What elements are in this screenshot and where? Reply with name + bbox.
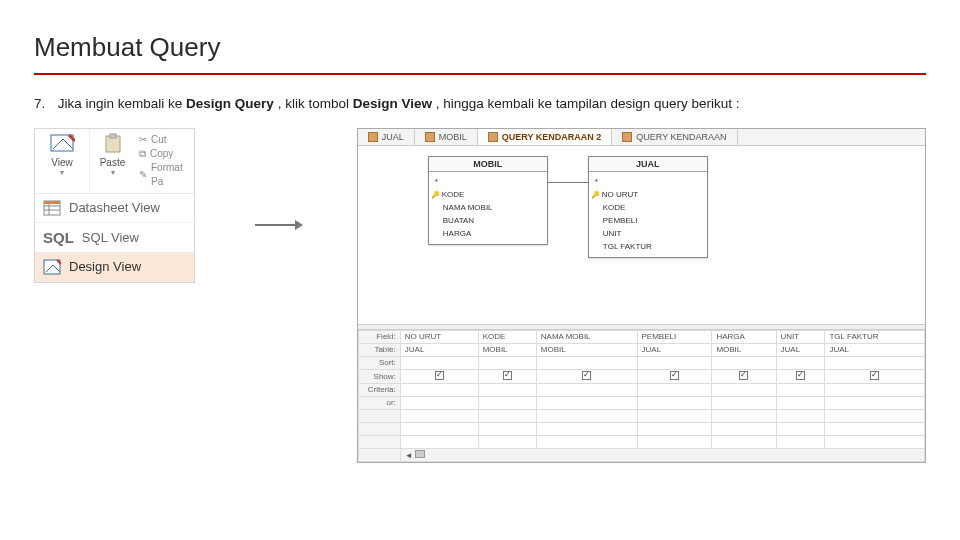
format-label: Format Pa: [151, 161, 190, 189]
format-painter-button[interactable]: ✎Format Pa: [139, 161, 190, 189]
sql-view-label: SQL View: [82, 230, 139, 245]
design-view-item[interactable]: Design View: [35, 253, 194, 282]
paste-button[interactable]: Paste ▾: [89, 129, 135, 193]
field-item[interactable]: NAMA MOBIL: [443, 201, 541, 214]
grid-cell[interactable]: JUAL: [637, 343, 712, 356]
show-checkbox[interactable]: [776, 369, 825, 383]
table-jual[interactable]: JUAL * NO URUT KODE PEMBELI UNIT TGL FAK…: [588, 156, 708, 258]
table-header: JUAL: [589, 157, 707, 172]
grid-row-sort: Sort:: [358, 356, 924, 369]
view-toolbar: View ▾ Paste ▾ ✂Cut ⧉Copy ✎Format Pa Dat…: [34, 128, 195, 283]
datasheet-view-item[interactable]: Datasheet View: [35, 194, 194, 223]
cut-button[interactable]: ✂Cut: [139, 133, 190, 147]
grid-cell[interactable]: JUAL: [825, 343, 925, 356]
page-title: Membuat Query: [34, 32, 926, 63]
query-icon: [488, 132, 498, 142]
field-item[interactable]: UNIT: [603, 227, 701, 240]
title-divider: [34, 73, 926, 75]
row-header: Show:: [358, 369, 400, 383]
cut-label: Cut: [151, 133, 167, 147]
row-header: Table:: [358, 343, 400, 356]
grid-row-empty: [358, 422, 924, 435]
grid-cell[interactable]: UNIT: [776, 330, 825, 343]
horizontal-scrollbar[interactable]: ◄: [358, 448, 924, 461]
tab-query-kendaraan-2[interactable]: QUERY KENDARAAN 2: [478, 129, 613, 145]
grid-cell[interactable]: PEMBELI: [637, 330, 712, 343]
query-design-window: JUAL MOBIL QUERY KENDARAAN 2 QUERY KENDA…: [357, 128, 926, 463]
show-checkbox[interactable]: [400, 369, 478, 383]
grid-cell[interactable]: JUAL: [400, 343, 478, 356]
grid-cell[interactable]: [400, 356, 478, 369]
scissors-icon: ✂: [139, 133, 147, 147]
grid-cell[interactable]: TGL FAKTUR: [825, 330, 925, 343]
arrow-indicator: [255, 224, 297, 226]
view-button[interactable]: View ▾: [35, 129, 89, 193]
grid-cell[interactable]: NO URUT: [400, 330, 478, 343]
show-checkbox[interactable]: [825, 369, 925, 383]
row-header: Criteria:: [358, 383, 400, 396]
grid-row-empty: [358, 409, 924, 422]
field-item[interactable]: *: [435, 175, 541, 188]
query-icon: [622, 132, 632, 142]
field-item[interactable]: PEMBELI: [603, 214, 701, 227]
grid-cell[interactable]: MOBIL: [712, 343, 776, 356]
field-item[interactable]: NO URUT: [603, 188, 701, 201]
show-checkbox[interactable]: [637, 369, 712, 383]
grid-cell[interactable]: MOBIL: [536, 343, 637, 356]
grid-row-field: Field: NO URUT KODE NAMA MOBIL PEMBELI H…: [358, 330, 924, 343]
grid-row-show: Show:: [358, 369, 924, 383]
tab-mobil[interactable]: MOBIL: [415, 129, 478, 145]
grid-row-or: or:: [358, 396, 924, 409]
brush-icon: ✎: [139, 168, 147, 182]
grid-cell[interactable]: KODE: [478, 330, 536, 343]
row-header: Field:: [358, 330, 400, 343]
field-item[interactable]: TGL FAKTUR: [603, 240, 701, 253]
instruction-line: 7. Jika ingin kembali ke Design Query , …: [34, 95, 926, 114]
field-item[interactable]: KODE: [443, 188, 541, 201]
field-item[interactable]: KODE: [603, 201, 701, 214]
grid-cell[interactable]: NAMA MOBIL: [536, 330, 637, 343]
clipboard-icon: [102, 133, 124, 155]
field-item[interactable]: BUATAN: [443, 214, 541, 227]
field-item[interactable]: HARGA: [443, 227, 541, 240]
step-number: 7.: [34, 95, 54, 114]
svg-rect-7: [44, 201, 60, 204]
copy-icon: ⧉: [139, 147, 146, 161]
grid-cell[interactable]: HARGA: [712, 330, 776, 343]
design-icon: [43, 259, 61, 275]
tab-jual[interactable]: JUAL: [358, 129, 415, 145]
sql-view-item[interactable]: SQL SQL View: [35, 223, 194, 253]
sql-icon: SQL: [43, 229, 74, 246]
design-view-label: Design View: [69, 259, 141, 274]
qbe-grid[interactable]: Field: NO URUT KODE NAMA MOBIL PEMBELI H…: [358, 330, 925, 462]
show-checkbox[interactable]: [536, 369, 637, 383]
table-header: MOBIL: [429, 157, 547, 172]
row-header: or:: [358, 396, 400, 409]
grid-cell[interactable]: MOBIL: [478, 343, 536, 356]
show-checkbox[interactable]: [478, 369, 536, 383]
tab-label: QUERY KENDARAAN: [636, 132, 726, 142]
scroll-left-icon[interactable]: ◄: [405, 451, 413, 460]
document-tabs: JUAL MOBIL QUERY KENDARAAN 2 QUERY KENDA…: [358, 129, 925, 146]
table-icon: [425, 132, 435, 142]
datasheet-icon: [43, 200, 61, 216]
instr-text-1: Jika ingin kembali ke: [58, 96, 186, 111]
instr-text-3: , hingga kembali ke tampilan design quer…: [436, 96, 740, 111]
relationship-line[interactable]: [548, 182, 588, 184]
grid-row-empty: [358, 435, 924, 448]
grid-cell[interactable]: JUAL: [776, 343, 825, 356]
svg-rect-2: [110, 134, 116, 138]
table-relationship-pane[interactable]: MOBIL * KODE NAMA MOBIL BUATAN HARGA JUA…: [358, 146, 925, 324]
tab-query-kendaraan[interactable]: QUERY KENDARAAN: [612, 129, 737, 145]
table-icon: [368, 132, 378, 142]
scroll-thumb[interactable]: [415, 450, 425, 458]
instr-design-query: Design Query: [186, 96, 274, 111]
copy-button[interactable]: ⧉Copy: [139, 147, 190, 161]
grid-row-table: Table: JUAL MOBIL MOBIL JUAL MOBIL JUAL …: [358, 343, 924, 356]
table-mobil[interactable]: MOBIL * KODE NAMA MOBIL BUATAN HARGA: [428, 156, 548, 245]
row-header: Sort:: [358, 356, 400, 369]
show-checkbox[interactable]: [712, 369, 776, 383]
grid-row-criteria: Criteria:: [358, 383, 924, 396]
field-item[interactable]: *: [595, 175, 701, 188]
tab-label: JUAL: [382, 132, 404, 142]
